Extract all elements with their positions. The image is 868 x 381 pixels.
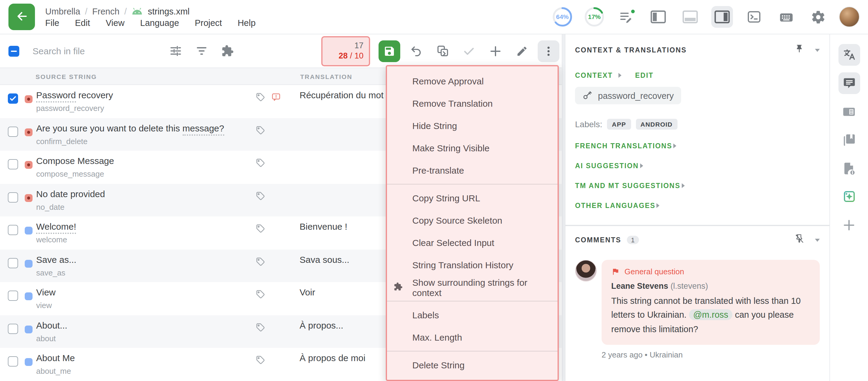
mention-link[interactable]: @m.ross [689,310,733,320]
menu-item[interactable]: Make String Visible [387,137,558,159]
collapse-panel-icon[interactable] [815,49,820,52]
row-checkbox[interactable] [8,258,18,268]
row-checkbox[interactable] [8,126,18,136]
tag-icon[interactable] [255,125,265,137]
search-input[interactable]: Search in file [33,46,159,56]
string-status-icon [25,194,33,202]
row-checkbox[interactable] [8,291,18,301]
editor-mode-icon[interactable] [615,6,637,28]
string-key: save_as [36,268,65,277]
menu-item[interactable]: Remove Approval [387,70,558,92]
menu-item[interactable]: Copy Source Skeleton [387,209,558,231]
glossary-icon[interactable] [838,129,860,151]
row-checkbox[interactable] [8,225,18,235]
string-status-icon [25,161,33,169]
layout-right-panel-icon[interactable] [711,6,733,28]
pin-panel-icon[interactable] [795,44,804,56]
panel-section-link[interactable]: OTHER LANGUAGES [575,202,820,209]
translate-icon[interactable] [838,44,860,66]
row-checkbox[interactable] [8,356,18,367]
keyboard-shortcuts-icon[interactable] [775,6,797,28]
context-section-link[interactable]: CONTEXT [575,72,613,79]
menu-item[interactable]: Remove Translation [387,92,558,115]
menu-item[interactable]: Copy String URL [387,187,558,209]
string-status-icon [25,325,33,333]
preview-card-icon[interactable] [838,101,860,122]
menu-item[interactable]: Labels [387,304,558,326]
menu-item[interactable]: Delete String [387,354,558,376]
menu-item[interactable]: Hide String [387,115,558,137]
filter-list-icon[interactable] [191,41,212,61]
add-panel-icon[interactable] [838,214,860,236]
tag-icon[interactable] [255,158,265,170]
menubar-item[interactable]: File [45,18,59,27]
comment-author: Leane Stevens (l.stevens) [611,282,810,291]
undo-button[interactable] [405,40,427,62]
select-all-checkbox[interactable] [8,45,19,56]
issue-icon[interactable] [271,92,281,104]
tag-icon[interactable] [255,92,265,104]
menu-divider [387,184,558,185]
plugins-puzzle-icon[interactable] [217,41,238,61]
menu-item[interactable]: Max. Length [387,326,558,348]
panel-section-link[interactable]: AI SUGGESTION [575,162,820,169]
comment-card: General question Leane Stevens (l.steven… [601,260,820,345]
menu-divider [387,301,558,301]
column-source-string[interactable]: SOURCE STRING [36,73,97,80]
panel-sections: FRENCH TRANSLATIONS AI SUGGESTION TM AND… [575,142,820,209]
settings-gear-icon[interactable] [807,6,829,28]
add-string-button[interactable] [485,40,506,62]
tag-icon[interactable] [255,289,265,301]
panel-section-link[interactable]: TM AND MT SUGGESTIONS [575,182,820,189]
translation-text: Récupération du mot [300,90,384,100]
menubar-item[interactable]: Help [238,18,255,27]
save-button[interactable] [378,40,400,62]
ai-assistant-icon[interactable] [838,186,860,208]
menubar-item[interactable]: Language [140,18,179,27]
tag-icon[interactable] [255,224,265,236]
layout-left-panel-icon[interactable] [647,6,669,28]
menubar-item[interactable]: Project [195,18,222,27]
menu-item[interactable]: Pre-translate [387,159,558,182]
string-key: about [36,334,56,343]
edit-context-link[interactable]: EDIT [635,72,653,79]
copy-translation-button[interactable] [432,40,453,62]
strings-toolbar: Search in file 17 28 / 10 [0,34,562,68]
breadcrumb-language[interactable]: French [92,6,119,16]
filter-settings-icon[interactable] [165,41,186,61]
approve-button[interactable] [458,40,480,62]
menu-item[interactable]: Clear Selected Input [387,231,558,254]
breadcrumb-project[interactable]: Umbrella [45,6,80,16]
row-checkbox[interactable] [8,159,18,169]
comments-icon[interactable] [838,72,860,94]
console-icon[interactable] [743,6,765,28]
panel-title: CONTEXT & TRANSLATIONS [575,46,687,54]
row-checkbox[interactable] [8,323,18,334]
layout-bottom-panel-icon[interactable] [679,6,701,28]
source-string: View [36,287,56,297]
row-checkbox[interactable] [8,192,18,202]
menubar-item[interactable]: Edit [75,18,90,27]
row-checkbox[interactable] [8,93,18,104]
back-button[interactable] [8,4,35,30]
file-info-icon[interactable] [838,157,860,179]
tag-icon[interactable] [255,191,265,203]
collapse-comments-icon[interactable] [815,239,820,242]
translation-text: À propos... [300,320,343,330]
menu-item[interactable]: Show surrounding strings for context [387,276,558,298]
tag-icon[interactable] [255,256,265,268]
panel-section-link[interactable]: FRENCH TRANSLATIONS [575,142,820,150]
tag-icon[interactable] [255,355,265,367]
more-actions-button[interactable] [538,40,559,62]
breadcrumb-file[interactable]: strings.xml [148,6,190,16]
panel-resize-handle[interactable] [562,34,565,381]
menubar-item[interactable]: View [106,18,124,27]
tag-icon[interactable] [255,322,265,334]
edit-string-button[interactable] [511,40,533,62]
string-key: about_me [36,367,71,376]
menu-item[interactable]: String Translation History [387,254,558,276]
unpin-icon[interactable] [795,234,804,246]
column-translation[interactable]: TRANSLATION [300,73,352,80]
user-avatar[interactable] [839,7,860,27]
puzzle-icon [394,282,403,293]
